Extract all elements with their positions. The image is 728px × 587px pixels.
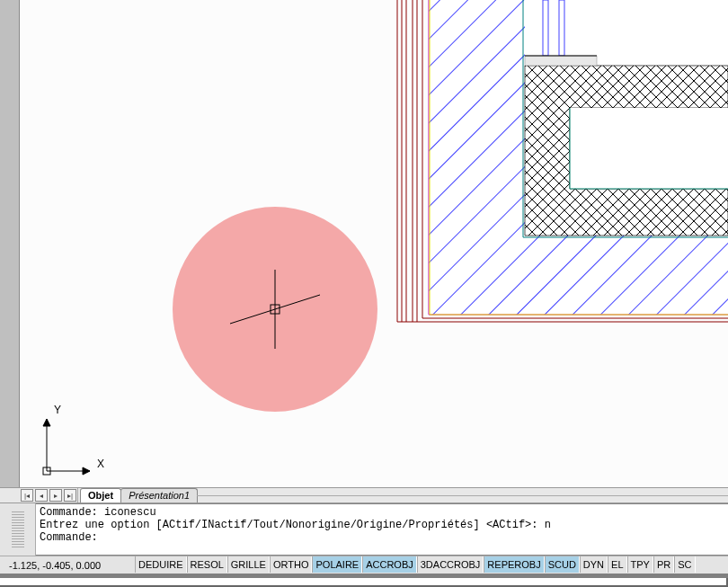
tab-nav-first[interactable]: |◂ bbox=[21, 489, 33, 502]
status-toggle-ortho[interactable]: ORTHO bbox=[270, 556, 313, 573]
status-toggle-3daccrobj[interactable]: 3DACCROBJ bbox=[417, 556, 484, 573]
tab-nav-last[interactable]: ▸| bbox=[64, 489, 76, 502]
ucs-y-label: Y bbox=[54, 404, 61, 416]
bottom-border bbox=[0, 574, 728, 578]
svg-rect-16 bbox=[543, 0, 548, 56]
ucs-icon bbox=[43, 419, 90, 475]
left-gutter bbox=[0, 0, 20, 487]
model-layout-tabbar: |◂ ◂ ▸ ▸| Objet Présentation1 bbox=[0, 487, 728, 503]
status-toggle-resol[interactable]: RESOL bbox=[187, 556, 227, 573]
svg-rect-15 bbox=[570, 108, 728, 189]
command-history-line: Commande: iconescu bbox=[40, 506, 724, 519]
status-toggle-scud[interactable]: SCUD bbox=[545, 556, 580, 573]
command-window: Commande: iconescu Entrez une option [AC… bbox=[0, 503, 728, 556]
status-toggle-el[interactable]: EL bbox=[608, 556, 626, 573]
command-grip[interactable] bbox=[0, 503, 36, 556]
drawing-canvas[interactable]: X Y bbox=[20, 0, 728, 487]
status-toggle-accrobj[interactable]: ACCROBJ bbox=[362, 556, 417, 573]
status-toggle-dyn[interactable]: DYN bbox=[580, 556, 608, 573]
svg-rect-18 bbox=[525, 56, 597, 66]
status-toggle-pr[interactable]: PR bbox=[653, 556, 674, 573]
building-corner[interactable] bbox=[397, 0, 728, 322]
command-body[interactable]: Commande: iconescu Entrez une option [AC… bbox=[36, 503, 728, 556]
ucs-x-label: X bbox=[97, 458, 104, 470]
command-prompt[interactable]: Commande: bbox=[40, 531, 724, 544]
status-toggle-reperobj[interactable]: REPEROBJ bbox=[484, 556, 544, 573]
svg-rect-17 bbox=[559, 0, 564, 56]
status-toggle-sc[interactable]: SC bbox=[674, 556, 695, 573]
cad-app-window: X Y |◂ ◂ ▸ ▸| Objet Présentation1 Comman… bbox=[0, 0, 728, 587]
status-coordinates[interactable]: -1.125, -0.405, 0.000 bbox=[0, 560, 135, 571]
status-toggle-tpy[interactable]: TPY bbox=[627, 556, 653, 573]
status-bar: -1.125, -0.405, 0.000 DEDUIRERESOLGRILLE… bbox=[0, 556, 728, 574]
status-toggle-grille[interactable]: GRILLE bbox=[227, 556, 270, 573]
status-toggle-polaire[interactable]: POLAIRE bbox=[312, 556, 362, 573]
tab-layout1[interactable]: Présentation1 bbox=[120, 488, 198, 503]
command-history-line: Entrez une option [ACtif/INactif/Tout/No… bbox=[40, 519, 724, 531]
tab-model[interactable]: Objet bbox=[80, 488, 121, 503]
tab-nav-next[interactable]: ▸ bbox=[49, 489, 62, 502]
status-toggle-deduire[interactable]: DEDUIRE bbox=[135, 556, 187, 573]
tab-nav-prev[interactable]: ◂ bbox=[35, 489, 48, 502]
